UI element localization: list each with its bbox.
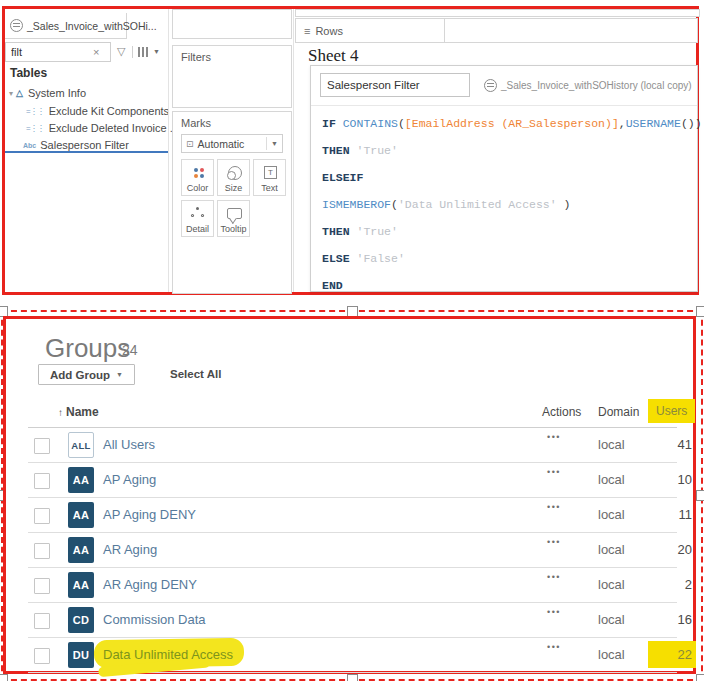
actions-menu-icon[interactable]: •••: [540, 502, 568, 512]
row-checkbox[interactable]: [34, 613, 50, 629]
row-checkbox[interactable]: [34, 473, 50, 489]
column-header-users[interactable]: Users: [648, 399, 695, 423]
rows-icon: ≡: [304, 25, 310, 37]
formula-text-area[interactable]: IF CONTAINS([EmailAddress (AR_Salesperso…: [322, 110, 691, 299]
group-name-link[interactable]: AR Aging DENY: [103, 577, 197, 592]
row-checkbox[interactable]: [34, 578, 50, 594]
table-row: AAAP Aging DENY•••local11: [28, 498, 677, 533]
group-name-link[interactable]: Commission Data: [103, 612, 206, 627]
field-search-box[interactable]: ×: [5, 42, 111, 62]
tooltip-button[interactable]: Tooltip: [217, 200, 250, 237]
table-row: CDCommission Data•••local16: [28, 603, 677, 638]
resize-handle[interactable]: [696, 306, 704, 317]
pane-divider-accent: [5, 151, 168, 153]
domain-value: local: [598, 612, 625, 627]
editor-datasource-label: _Sales_Invoice_withSOHistory (local copy…: [484, 79, 692, 92]
text-button[interactable]: T Text: [253, 159, 286, 196]
filters-shelf[interactable]: Filters: [172, 45, 292, 108]
datasource-tab-label: _Sales_Invoice_withSOHi...: [27, 20, 157, 32]
row-checkbox[interactable]: [34, 543, 50, 559]
actions-menu-icon[interactable]: •••: [540, 467, 568, 477]
marks-card: Marks ⊡ Automatic ▼ Color Size T Text De…: [172, 111, 292, 294]
resize-handle[interactable]: [347, 674, 358, 681]
group-name-link[interactable]: AP Aging: [103, 472, 156, 487]
formula-line: ELSEIF: [322, 164, 691, 191]
group-badge: AA: [68, 467, 94, 493]
calc-name-input[interactable]: [320, 73, 470, 97]
formula-line: IF CONTAINS([EmailAddress (AR_Salesperso…: [322, 110, 691, 137]
group-badge: AA: [68, 502, 94, 528]
table-icon: △: [16, 88, 23, 98]
page-title: Groups: [45, 333, 130, 364]
users-count: 2: [624, 577, 692, 592]
size-button[interactable]: Size: [217, 159, 250, 196]
actions-menu-icon[interactable]: •••: [540, 642, 568, 652]
domain-value: local: [598, 542, 625, 557]
group-name-link[interactable]: AP Aging DENY: [103, 507, 196, 522]
datasource-icon: [484, 79, 497, 92]
users-count: 20: [624, 542, 692, 557]
field-search-input[interactable]: [6, 46, 91, 58]
row-checkbox[interactable]: [34, 648, 50, 664]
users-count: 11: [624, 507, 692, 522]
sidebar-item-exclude-deleted[interactable]: =⋮⋮ Exclude Deleted Invoice ...: [5, 120, 165, 136]
detail-icon: [196, 207, 199, 210]
chevron-down-icon[interactable]: ▼: [153, 48, 160, 55]
chevron-down-icon: ▼: [266, 137, 282, 150]
groups-page: Groups 24 Add Group ▼ Select All ↑Name A…: [3, 316, 696, 674]
group-badge: AA: [68, 572, 94, 598]
formula-line: THEN 'True': [322, 137, 691, 164]
domain-value: local: [598, 437, 625, 452]
group-name-link[interactable]: AR Aging: [103, 542, 157, 557]
pages-shelf[interactable]: [172, 9, 292, 39]
sidebar-item-system-info[interactable]: ▾ △ System Info: [5, 85, 165, 101]
filter-funnel-icon[interactable]: ▽: [117, 45, 125, 58]
users-count: 22: [648, 641, 696, 668]
actions-menu-icon[interactable]: •••: [540, 432, 568, 442]
table-row: DUData Unlimited Access•••local22: [28, 638, 677, 673]
select-all-button[interactable]: Select All: [170, 368, 221, 380]
group-badge: CD: [68, 607, 94, 633]
actions-menu-icon[interactable]: •••: [540, 572, 568, 582]
table-row: AAAR Aging DENY•••local2: [28, 568, 677, 603]
group-badge: DU: [68, 642, 94, 668]
sidebar-item-exclude-kit[interactable]: =⋮⋮ Exclude Kit Components ...: [5, 103, 165, 119]
actions-menu-icon[interactable]: •••: [540, 537, 568, 547]
row-checkbox[interactable]: [34, 508, 50, 524]
expand-caret-icon[interactable]: ▾: [9, 89, 13, 98]
resize-handle[interactable]: [696, 490, 704, 501]
row-checkbox[interactable]: [34, 438, 50, 454]
group-name-link[interactable]: All Users: [103, 437, 155, 452]
tables-section-header: Tables: [10, 66, 47, 80]
table-row: AAAR Aging•••local20: [28, 533, 677, 568]
sort-ascending-icon: ↑: [58, 407, 63, 418]
column-header-domain: Domain: [598, 405, 639, 419]
domain-value: local: [598, 647, 625, 662]
columns-shelf[interactable]: [295, 9, 700, 17]
view-columns-icon[interactable]: [138, 47, 148, 57]
users-count: 10: [624, 472, 692, 487]
resize-handle[interactable]: [0, 674, 8, 681]
groups-table: ALLAll Users•••local41AAAP Aging•••local…: [28, 427, 677, 673]
formula-line: END: [322, 272, 691, 299]
calculated-field-editor: _Sales_Invoice_withSOHistory (local copy…: [310, 65, 698, 292]
rows-shelf[interactable]: ≡ Rows: [295, 18, 698, 43]
group-name-link[interactable]: Data Unlimited Access: [103, 647, 233, 662]
color-button[interactable]: Color: [181, 159, 214, 196]
datasource-tab[interactable]: _Sales_Invoice_withSOHi...: [5, 13, 127, 39]
sheet-title: Sheet 4: [308, 46, 359, 66]
calculated-field-icon: =⋮⋮: [26, 107, 44, 116]
chevron-down-icon: ▼: [116, 371, 123, 378]
add-group-button[interactable]: Add Group ▼: [38, 364, 135, 385]
mark-type-dropdown[interactable]: ⊡ Automatic ▼: [181, 134, 283, 153]
column-header-name[interactable]: ↑Name: [58, 405, 99, 419]
resize-handle[interactable]: [696, 674, 704, 681]
detail-button[interactable]: Detail: [181, 200, 214, 237]
users-count: 41: [624, 437, 692, 452]
users-count: 16: [624, 612, 692, 627]
calculated-field-icon: =⋮⋮: [26, 124, 44, 133]
domain-value: local: [598, 507, 625, 522]
table-row: ALLAll Users•••local41: [28, 428, 677, 463]
actions-menu-icon[interactable]: •••: [540, 607, 568, 617]
clear-search-icon[interactable]: ×: [93, 46, 99, 58]
